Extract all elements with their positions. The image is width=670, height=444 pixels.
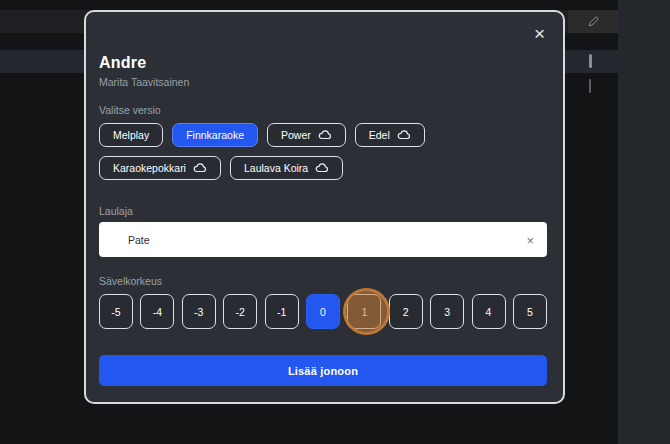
- version-button-label: Edel: [369, 129, 390, 141]
- version-button-edel[interactable]: Edel: [355, 123, 425, 147]
- cloud-icon: [315, 163, 329, 173]
- singer-section-label: Laulaja: [99, 205, 547, 217]
- pitch-button-1[interactable]: 1: [347, 294, 381, 329]
- pitch-button-minus3[interactable]: -3: [182, 294, 216, 329]
- version-button-label: Karaokepokkari: [113, 162, 186, 174]
- cloud-icon: [397, 130, 411, 140]
- version-button-power[interactable]: Power: [267, 123, 346, 147]
- pitch-button-minus1[interactable]: -1: [265, 294, 299, 329]
- pitch-button-3[interactable]: 3: [430, 294, 464, 329]
- singer-input[interactable]: [99, 222, 547, 257]
- clear-input-icon[interactable]: ×: [524, 230, 536, 249]
- cloud-icon: [193, 163, 207, 173]
- version-button-label: Power: [281, 129, 311, 141]
- singer-input-wrap: ×: [99, 222, 547, 257]
- version-button-laulava-koira[interactable]: Laulava Koira: [230, 156, 343, 180]
- song-artist: Marita Taavitsainen: [99, 76, 547, 88]
- pitch-button-0[interactable]: 0: [306, 294, 340, 329]
- add-to-queue-button[interactable]: Lisää jonoon: [99, 355, 547, 386]
- pitch-options: -5 -4 -3 -2 -1 0 1 2 3 4 5: [99, 294, 547, 329]
- background-bar-icon: [589, 54, 592, 68]
- version-button-melplay[interactable]: Melplay: [99, 123, 163, 147]
- pitch-button-minus5[interactable]: -5: [99, 294, 133, 329]
- version-button-finnkaraoke[interactable]: Finnkaraoke: [172, 123, 258, 147]
- background-right-panel: [618, 0, 670, 444]
- song-dialog: × Andre Marita Taavitsainen Valitse vers…: [84, 10, 565, 404]
- song-dialog-content: × Andre Marita Taavitsainen Valitse vers…: [86, 12, 563, 402]
- edit-pencil-icon: [568, 10, 618, 33]
- pitch-button-4[interactable]: 4: [472, 294, 506, 329]
- version-button-label: Melplay: [113, 129, 149, 141]
- version-button-label: Finnkaraoke: [186, 129, 244, 141]
- pitch-button-minus2[interactable]: -2: [223, 294, 257, 329]
- pitch-button-5[interactable]: 5: [513, 294, 547, 329]
- pitch-button-minus4[interactable]: -4: [140, 294, 174, 329]
- version-section-label: Valitse versio: [99, 104, 547, 116]
- pitch-section-label: Sävelkorkeus: [99, 275, 547, 287]
- version-options: Melplay Finnkaraoke Power Edel Karaokepo…: [99, 123, 547, 180]
- version-button-karaokepokkari[interactable]: Karaokepokkari: [99, 156, 221, 180]
- song-title: Andre: [99, 54, 547, 72]
- background-bar-icon: [589, 79, 591, 93]
- close-icon[interactable]: ×: [534, 24, 545, 43]
- cloud-icon: [318, 130, 332, 140]
- pitch-button-2[interactable]: 2: [389, 294, 423, 329]
- version-button-label: Laulava Koira: [244, 162, 308, 174]
